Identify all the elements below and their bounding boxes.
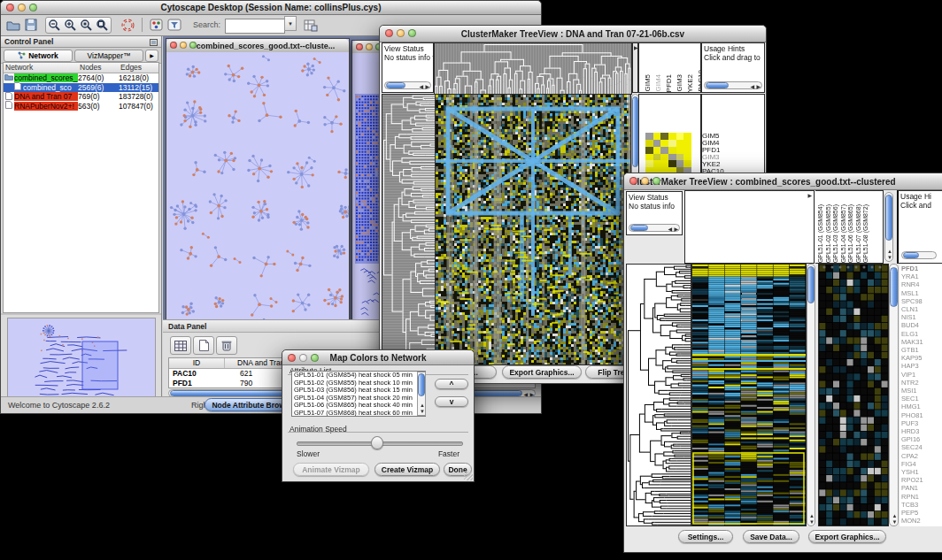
heatmap-cell[interactable] [676, 154, 684, 161]
close-button[interactable] [288, 354, 296, 362]
zoom-selected-icon[interactable] [80, 19, 93, 32]
main-titlebar[interactable]: Cytoscape Desktop (Session Name: collins… [1, 1, 541, 15]
gene-label[interactable]: YKE2 [702, 161, 764, 168]
heatmap-cell[interactable] [653, 133, 661, 140]
tv2-genelist-vscrollbar[interactable]: ▲▼ [889, 264, 899, 526]
tv1-row-dendrogram[interactable] [382, 94, 436, 365]
heatmap-cell[interactable] [668, 154, 676, 161]
new-attribute-icon[interactable] [193, 336, 214, 355]
minimize-button[interactable] [366, 43, 373, 50]
tv2-column-tree-area[interactable]: ▶ [684, 190, 815, 264]
gene-label[interactable]: MON2 [901, 517, 942, 525]
tv2-collabel-vscrollbar[interactable]: ▲▼ [884, 192, 893, 262]
gene-label[interactable]: RPO21 [901, 476, 942, 484]
column-label[interactable]: GIM5 [644, 74, 652, 92]
column-label[interactable]: GPL51-02 (GSM855) [825, 204, 831, 263]
heatmap-cell[interactable] [660, 133, 668, 140]
gene-label[interactable]: YRA1 [901, 272, 942, 280]
gene-label[interactable]: PFD1 [702, 147, 764, 154]
gene-label[interactable]: YSH1 [901, 468, 942, 476]
minimize-button[interactable] [180, 42, 187, 49]
move-down-button[interactable]: v [435, 396, 468, 407]
column-label[interactable]: GIM4 [654, 74, 662, 92]
search-input[interactable] [225, 19, 285, 34]
animate-vizmap-button[interactable]: Animate Vizmap [293, 463, 369, 476]
birds-eye-view[interactable] [7, 318, 156, 408]
gene-label[interactable]: FIG4 [901, 460, 942, 468]
gene-label[interactable]: TCB3 [901, 501, 942, 509]
gene-label[interactable]: NTR2 [901, 379, 942, 387]
column-label[interactable]: GPL51-01 (GSM854) [817, 204, 823, 263]
gene-label[interactable]: SEC24 [901, 443, 942, 451]
float-panel-icon[interactable] [150, 34, 158, 50]
network-row[interactable]: combined_scores_ 2764(0) 16218(0) [4, 73, 158, 83]
zoom-out-icon[interactable] [48, 19, 61, 32]
minimize-button[interactable] [299, 354, 307, 362]
tv2-settings-button[interactable]: Settings... [678, 530, 733, 543]
table-mode-icon[interactable] [170, 336, 191, 355]
heatmap-cell[interactable] [660, 147, 668, 154]
gene-label[interactable]: ELG1 [901, 330, 942, 338]
filter-icon[interactable] [167, 19, 181, 31]
gene-label[interactable]: MSI1 [901, 387, 942, 395]
move-up-button[interactable]: ^ [435, 379, 468, 389]
tv1-column-dendrogram[interactable] [434, 42, 632, 95]
close-button[interactable] [385, 29, 393, 37]
heatmap-cell[interactable] [676, 133, 684, 140]
heatmap-cell[interactable] [676, 160, 684, 167]
minimize-button[interactable] [18, 4, 26, 12]
gene-label[interactable]: PUF3 [901, 419, 942, 427]
column-label[interactable]: GPL51-08 (GSM872) [862, 204, 869, 263]
heatmap-cell[interactable] [668, 133, 676, 140]
minimize-button[interactable] [397, 29, 405, 37]
gene-label[interactable]: KAP95 [901, 354, 942, 362]
help-icon[interactable] [121, 19, 135, 32]
column-label[interactable]: GIM3 [676, 74, 683, 92]
heatmap-cell[interactable] [653, 154, 661, 161]
heatmap-cell[interactable] [676, 140, 684, 147]
network-row[interactable]: RNAPuberNov2+! 563(0) 107847(0) [4, 102, 158, 111]
zoom-button[interactable] [29, 4, 37, 12]
heatmap-cell[interactable] [668, 147, 676, 154]
tv2-heatmap-vscrollbar[interactable]: ▲▼ [807, 264, 815, 526]
gene-label[interactable]: GIM3 [702, 154, 764, 161]
view-status-scrollbar[interactable]: ◀▶ [629, 224, 680, 232]
save-session-icon[interactable] [25, 19, 37, 31]
tv1-export-graphics-button[interactable]: Export Graphics... [502, 365, 582, 379]
gene-label[interactable]: NIS1 [901, 313, 942, 321]
gene-label[interactable]: MSL1 [901, 289, 942, 297]
column-label[interactable]: GPL51-07 (GSM868) [855, 204, 861, 263]
close-button[interactable] [6, 4, 14, 12]
column-label[interactable]: GPL51-04 (GSM857) [840, 204, 846, 263]
heatmap-cell[interactable] [683, 133, 691, 140]
gene-label[interactable]: HMG1 [901, 403, 942, 410]
tv2-row-dendrogram[interactable] [626, 264, 691, 526]
heatmap-cell[interactable] [653, 147, 661, 154]
open-session-icon[interactable] [6, 19, 20, 31]
heatmap-cell[interactable] [668, 160, 676, 167]
gene-label[interactable]: VIP1 [901, 371, 942, 379]
gene-label[interactable]: RNR4 [901, 280, 942, 288]
heatmap-cell[interactable] [683, 154, 691, 161]
zoom-button[interactable] [311, 354, 319, 362]
gene-label[interactable]: HAP3 [901, 362, 942, 370]
tv1-zoom-heatmap[interactable] [645, 133, 691, 174]
gene-label[interactable]: HRD3 [901, 427, 942, 435]
search-dropdown-icon[interactable]: ▼ [284, 16, 297, 31]
view-status-scrollbar[interactable]: ◀▶ [384, 81, 431, 89]
heatmap-cell[interactable] [668, 140, 676, 147]
heatmap-cell[interactable] [645, 160, 653, 167]
heatmap-cell[interactable] [683, 160, 691, 167]
gene-label[interactable]: PHO81 [901, 411, 942, 419]
tv1-heatmap[interactable] [435, 94, 631, 365]
heatmap-cell[interactable] [653, 140, 661, 147]
network-canvas-1[interactable] [166, 52, 349, 325]
gene-label[interactable]: PFD1 [901, 265, 942, 272]
gene-label[interactable]: SEC1 [901, 395, 942, 403]
gene-label[interactable]: CLN1 [901, 305, 942, 313]
delete-attribute-icon[interactable] [216, 336, 237, 355]
minimize-button[interactable] [641, 177, 649, 185]
heatmap-cell[interactable] [683, 140, 691, 147]
gene-label[interactable]: GIM4 [702, 140, 764, 147]
gene-label[interactable]: BUD4 [901, 321, 942, 329]
